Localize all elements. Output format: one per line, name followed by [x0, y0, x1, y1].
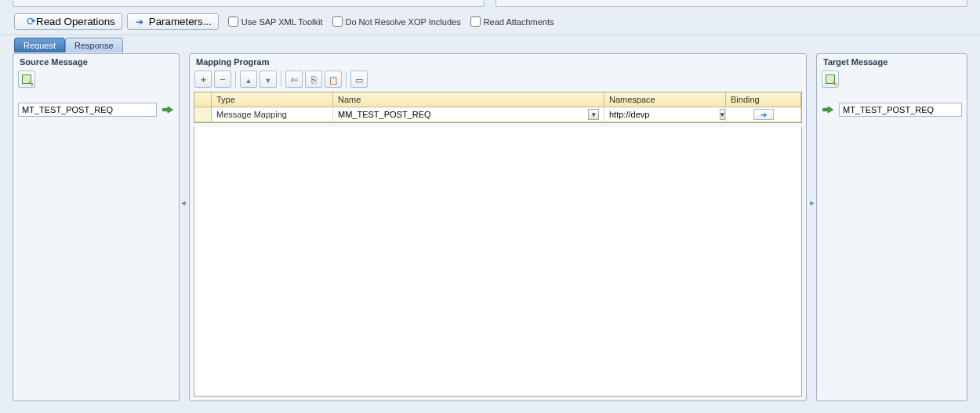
col-namespace: Namespace [604, 92, 726, 107]
cell-ns-f4-button[interactable]: ▾ [720, 109, 725, 120]
copy-button[interactable] [305, 71, 322, 88]
tab-response-label: Response [74, 41, 114, 50]
parameters-button[interactable]: Parameters... [127, 13, 219, 30]
arrow-right-icon [134, 16, 145, 27]
binding-button[interactable] [753, 109, 774, 120]
read-operations-button[interactable]: Read Operations [14, 13, 122, 30]
chk-no-xop[interactable]: Do Not Resolve XOP Includes [332, 16, 461, 27]
cell-name-f4-button[interactable]: ▾ [588, 109, 599, 120]
source-toolbar [13, 69, 179, 92]
parameters-label: Parameters... [149, 16, 212, 27]
header-seg-right [495, 0, 967, 7]
tabbar: Request Response [0, 35, 980, 52]
target-title: Target Message [817, 54, 967, 69]
cell-name-input[interactable] [338, 110, 586, 119]
panes: Source Message Mapping Program [0, 52, 980, 409]
source-out-arrow-icon [162, 104, 174, 115]
cell-type-value: Message Mapping [216, 110, 287, 119]
source-display-button[interactable] [18, 71, 35, 88]
tab-request[interactable]: Request [14, 38, 65, 53]
copy-icon [311, 74, 317, 85]
chk-sap-xml-label: Use SAP XML Toolkit [241, 17, 323, 27]
chk-sap-xml-box[interactable] [228, 16, 238, 27]
col-handle [194, 92, 212, 107]
row-handle[interactable] [194, 107, 212, 121]
source-title: Source Message [13, 54, 179, 69]
source-msg-type-field[interactable] [18, 103, 157, 117]
move-down-button[interactable] [260, 71, 277, 88]
cut-button[interactable] [285, 71, 303, 88]
grid-row[interactable]: Message Mapping ▾ ▾ [194, 107, 801, 122]
chk-read-attach-label: Read Attachments [484, 17, 554, 27]
chk-sap-xml[interactable]: Use SAP XML Toolkit [228, 16, 323, 27]
move-up-button[interactable] [240, 71, 257, 88]
select-icon [355, 74, 363, 85]
refresh-icon [21, 16, 32, 27]
mapping-program-pane: Mapping Program Type Name Namespace Bind… [189, 53, 807, 401]
read-operations-label: Read Operations [36, 16, 115, 27]
cut-icon [291, 74, 298, 85]
col-binding: Binding [726, 92, 801, 107]
display-icon [825, 74, 836, 85]
cell-namespace[interactable]: ▾ [604, 107, 726, 121]
target-in-arrow-icon [822, 104, 834, 115]
toolbar-sep-2 [281, 71, 281, 87]
minus-icon [220, 74, 226, 85]
grid-header: Type Name Namespace Binding [194, 92, 801, 107]
target-display-button[interactable] [822, 71, 839, 88]
header-strip [0, 0, 980, 8]
down-icon [265, 74, 272, 85]
toolbar-sep-1 [235, 71, 236, 87]
display-icon [21, 74, 32, 85]
select-all-button[interactable] [350, 71, 368, 88]
cell-name[interactable]: ▾ [333, 107, 604, 121]
col-name: Name [333, 92, 604, 107]
splitter-left[interactable] [180, 53, 187, 401]
mapping-title: Mapping Program [190, 54, 806, 69]
chk-read-attach[interactable]: Read Attachments [470, 16, 554, 27]
target-toolbar [817, 69, 967, 92]
source-msg-line [13, 92, 179, 117]
col-type: Type [212, 92, 333, 107]
main-toolbar: Read Operations Parameters... Use SAP XM… [0, 8, 980, 35]
chk-read-attach-box[interactable] [470, 16, 481, 27]
plus-icon [199, 73, 208, 85]
target-msg-type-field[interactable] [839, 103, 962, 117]
chk-no-xop-label: Do Not Resolve XOP Includes [346, 17, 461, 27]
chk-no-xop-box[interactable] [332, 16, 343, 27]
paste-button[interactable] [325, 71, 342, 88]
mapping-body [194, 127, 802, 397]
toolbar-sep-3 [346, 71, 347, 87]
mapping-grid: Type Name Namespace Binding Message Mapp… [194, 92, 802, 123]
mapping-toolbar [190, 69, 806, 92]
target-msg-line [817, 92, 967, 117]
mapping-body-inner [194, 127, 801, 396]
header-seg-left [13, 0, 485, 7]
up-icon [245, 74, 252, 85]
tab-response[interactable]: Response [65, 38, 123, 53]
cell-type[interactable]: Message Mapping [212, 107, 333, 121]
tab-request-label: Request [24, 41, 56, 50]
cell-binding[interactable] [726, 107, 801, 121]
add-row-button[interactable] [194, 71, 212, 88]
source-message-pane: Source Message [13, 53, 180, 401]
target-message-pane: Target Message [816, 53, 967, 401]
remove-row-button[interactable] [214, 71, 231, 88]
splitter-right[interactable] [808, 53, 816, 401]
cell-ns-input[interactable] [609, 110, 717, 119]
paste-icon [328, 74, 338, 85]
